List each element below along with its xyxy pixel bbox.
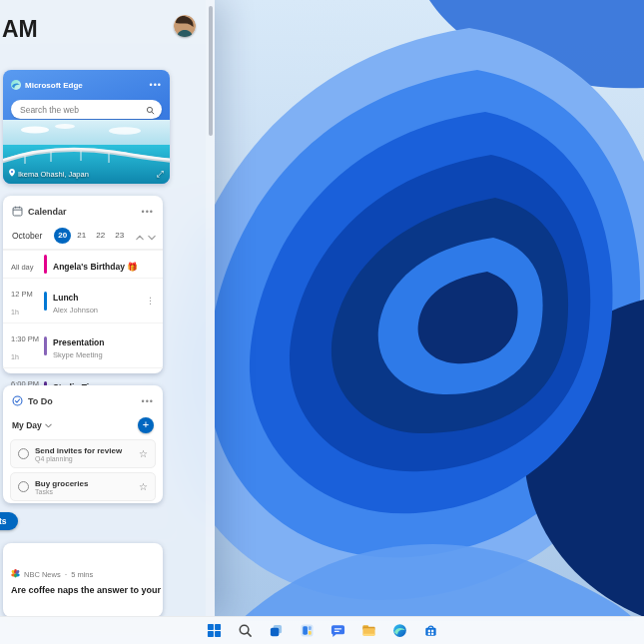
- todo-widget-title: To Do: [28, 396, 53, 406]
- expand-icon[interactable]: ⤢: [157, 169, 164, 180]
- add-task-button[interactable]: +: [138, 417, 154, 433]
- news-separator: ·: [65, 570, 68, 579]
- nbc-news-logo: [11, 569, 20, 580]
- event-duration: 1h: [11, 353, 19, 360]
- star-icon[interactable]: ☆: [139, 448, 148, 459]
- task-checkbox[interactable]: [18, 481, 29, 492]
- widgets-panel: AM Microsoft Ed: [0, 0, 215, 617]
- event-duration: 1h: [11, 309, 19, 316]
- photo-caption-text: Ikema Ohashi, Japan: [18, 170, 89, 179]
- event-subtitle: Alex Johnson: [53, 306, 98, 315]
- todo-widget-menu-button[interactable]: •••: [142, 398, 154, 404]
- interests-pill-button[interactable]: ts: [0, 512, 18, 530]
- desktop: AM Microsoft Ed: [0, 0, 644, 644]
- task-title: Buy groceries: [35, 479, 88, 488]
- location-pin-icon: [9, 169, 15, 179]
- task-view-button[interactable]: [265, 620, 287, 642]
- todo-check-icon: [12, 392, 23, 410]
- task-checkbox[interactable]: [18, 448, 29, 459]
- search-button[interactable]: [234, 620, 256, 642]
- search-input[interactable]: [18, 104, 146, 116]
- edge-featured-photo[interactable]: Ikema Ohashi, Japan ⤢: [3, 120, 170, 184]
- task-subtitle: Tasks: [35, 488, 88, 495]
- calendar-month-label[interactable]: October: [12, 231, 42, 241]
- clock-time: AM: [2, 16, 38, 43]
- search-icon: [146, 101, 155, 119]
- event-color-bar: [44, 292, 47, 311]
- calendar-event-presentation[interactable]: 1:30 PM 1h Presentation Skype Meeting: [3, 322, 163, 367]
- news-card[interactable]: NBC News · 5 mins Are coffee naps the an…: [3, 543, 163, 617]
- chevron-down-icon[interactable]: [148, 227, 156, 245]
- todo-list-label: My Day: [12, 420, 42, 430]
- task-item-groceries[interactable]: Buy groceries Tasks ☆: [10, 472, 156, 501]
- news-age: 5 mins: [71, 570, 93, 579]
- event-title: Lunch: [53, 293, 79, 303]
- calendar-date-22[interactable]: 22: [92, 228, 109, 244]
- user-avatar[interactable]: [174, 15, 196, 37]
- calendar-widget-title: Calendar: [28, 207, 67, 217]
- chevron-up-icon[interactable]: [136, 227, 144, 245]
- microsoft-store-button[interactable]: [419, 620, 441, 642]
- event-color-bar: [44, 336, 47, 355]
- task-item-invites[interactable]: Send invites for review Q4 planning ☆: [10, 439, 156, 468]
- edge-widget-menu-button[interactable]: •••: [150, 82, 162, 88]
- event-color-bar: [44, 255, 47, 274]
- calendar-date-21[interactable]: 21: [73, 228, 90, 244]
- event-title: Angela's Birthday 🎁: [53, 262, 138, 272]
- todo-widget[interactable]: To Do ••• My Day + Send invites for revi…: [3, 385, 163, 503]
- star-icon[interactable]: ☆: [139, 481, 148, 492]
- calendar-widget-menu-button[interactable]: •••: [142, 209, 154, 215]
- event-kebab-menu-icon[interactable]: ⋮: [146, 296, 155, 306]
- event-time: 12 PM: [11, 290, 33, 299]
- event-subtitle: Skype Meeting: [53, 350, 105, 359]
- event-time: All day: [11, 263, 34, 272]
- edge-widget[interactable]: Microsoft Edge •••: [3, 70, 170, 184]
- edge-logo-icon: [11, 76, 21, 94]
- taskbar: [0, 616, 644, 644]
- edge-widget-title: Microsoft Edge: [25, 81, 83, 90]
- web-search-box[interactable]: [11, 100, 162, 119]
- task-title: Send invites for review: [35, 446, 122, 455]
- task-subtitle: Q4 planning: [35, 455, 122, 462]
- news-source: NBC News: [24, 570, 61, 579]
- todo-list-selector[interactable]: My Day: [12, 420, 52, 430]
- chevron-down-icon: [45, 423, 52, 428]
- chat-button[interactable]: [326, 620, 348, 642]
- calendar-date-23[interactable]: 23: [111, 228, 128, 244]
- calendar-event-lunch[interactable]: 12 PM 1h Lunch Alex Johnson ⋮: [3, 278, 163, 322]
- start-button[interactable]: [203, 620, 225, 642]
- edge-browser-button[interactable]: [388, 620, 410, 642]
- widgets-button[interactable]: [296, 620, 318, 642]
- calendar-icon: [12, 203, 23, 221]
- event-title: Presentation: [53, 337, 105, 347]
- calendar-widget[interactable]: Calendar ••• October 20 21 22 23: [3, 196, 163, 373]
- news-headline: Are coffee naps the answer to your: [3, 580, 163, 597]
- calendar-event-birthday[interactable]: All day Angela's Birthday 🎁: [3, 250, 163, 278]
- scrollbar-thumb[interactable]: [209, 6, 213, 136]
- panel-scrollbar[interactable]: [206, 0, 215, 617]
- calendar-date-20[interactable]: 20: [54, 228, 71, 244]
- event-time: 1:30 PM: [11, 334, 39, 343]
- file-explorer-button[interactable]: [357, 620, 379, 642]
